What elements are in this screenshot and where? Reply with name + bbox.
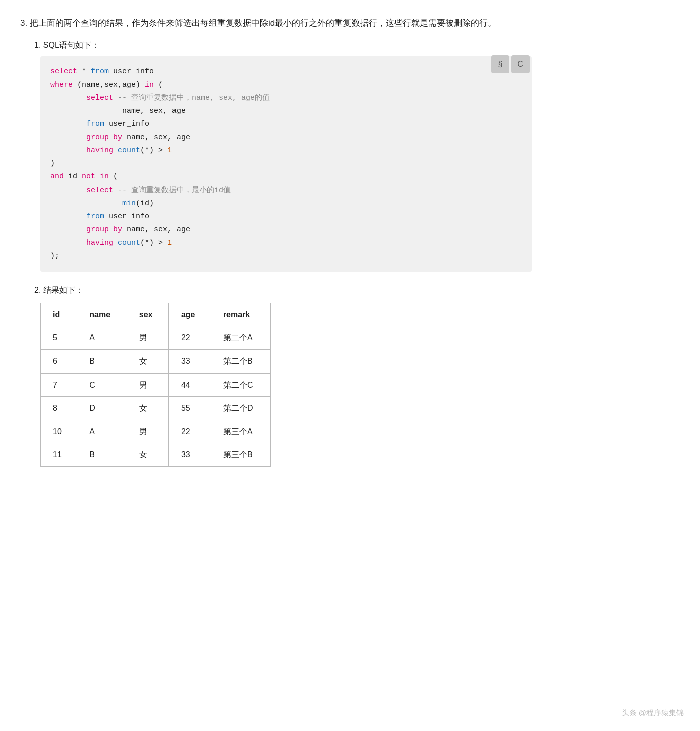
table-cell: 男 — [127, 326, 168, 350]
table-header: id — [41, 303, 77, 326]
table-row: 11B女33第三个B — [41, 443, 271, 467]
code-block-wrapper: § C select * from user_info where (name,… — [40, 56, 532, 272]
section-3: 3. 把上面的两个查询的结果，作为条件来筛选出每组重复数据中除id最小的行之外的… — [20, 16, 532, 467]
table-cell: 第二个A — [211, 326, 270, 350]
table-cell: B — [77, 350, 127, 374]
table-cell: 男 — [127, 373, 168, 397]
table-cell: 11 — [41, 443, 77, 467]
table-cell: 男 — [127, 420, 168, 443]
table-cell: C — [77, 373, 127, 397]
section-btn[interactable]: § — [491, 55, 509, 73]
table-cell: 8 — [41, 397, 77, 420]
table-row: 8D女55第二个D — [41, 397, 271, 420]
table-header: age — [168, 303, 211, 326]
table-cell: 33 — [168, 443, 211, 467]
table-row: 5A男22第二个A — [41, 326, 271, 350]
table-cell: 女 — [127, 350, 168, 374]
table-header: remark — [211, 303, 270, 326]
result-table: idnamesexageremark5A男22第二个A6B女33第二个B7C男4… — [40, 303, 271, 467]
table-header: sex — [127, 303, 168, 326]
toolbar: § C — [491, 55, 530, 73]
result-section: 2. 结果如下： idnamesexageremark5A男22第二个A6B女3… — [34, 284, 532, 467]
table-cell: A — [77, 326, 127, 350]
table-row: 10A男22第三个A — [41, 420, 271, 443]
table-cell: 7 — [41, 373, 77, 397]
table-cell: 44 — [168, 373, 211, 397]
table-cell: 第二个B — [211, 350, 270, 374]
table-cell: 55 — [168, 397, 211, 420]
sub2-label: 2. 结果如下： — [34, 284, 532, 297]
table-cell: 22 — [168, 326, 211, 350]
table-cell: A — [77, 420, 127, 443]
table-cell: B — [77, 443, 127, 467]
table-header: name — [77, 303, 127, 326]
table-cell: 5 — [41, 326, 77, 350]
table-row: 7C男44第二个C — [41, 373, 271, 397]
table-cell: 33 — [168, 350, 211, 374]
table-cell: 第二个C — [211, 373, 270, 397]
table-cell: 女 — [127, 443, 168, 467]
copy-btn[interactable]: C — [511, 55, 530, 73]
table-cell: D — [77, 397, 127, 420]
table-cell: 第三个A — [211, 420, 270, 443]
table-cell: 第二个D — [211, 397, 270, 420]
table-cell: 女 — [127, 397, 168, 420]
section3-title: 3. 把上面的两个查询的结果，作为条件来筛选出每组重复数据中除id最小的行之外的… — [20, 16, 532, 31]
table-cell: 第三个B — [211, 443, 270, 467]
code-block: select * from user_info where (name,sex,… — [40, 56, 532, 272]
table-row: 6B女33第二个B — [41, 350, 271, 374]
table-cell: 10 — [41, 420, 77, 443]
table-cell: 6 — [41, 350, 77, 374]
sub1-label: 1. SQL语句如下： — [34, 39, 532, 52]
table-cell: 22 — [168, 420, 211, 443]
